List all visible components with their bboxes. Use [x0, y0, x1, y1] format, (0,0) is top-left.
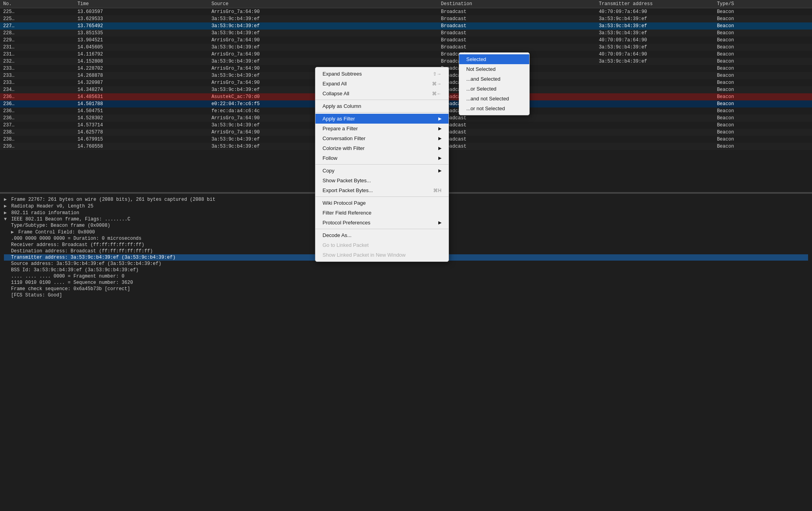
context-menu-item: Go to Linked Packet [315, 240, 449, 250]
menu-separator [315, 112, 449, 113]
context-menu-item[interactable]: Wiki Protocol Page [315, 198, 449, 208]
context-menu-item[interactable]: Collapse All⌘← [315, 89, 449, 98]
table-row[interactable]: 225…13.6295333a:53:9c:b4:39:efBroadcast3… [0, 15, 812, 22]
menu-separator [315, 100, 449, 100]
table-row[interactable]: 227…13.7654923a:53:9c:b4:39:efBroadcast3… [0, 22, 812, 30]
context-menu-item[interactable]: Apply as Filter▶ [315, 114, 449, 124]
context-menu-item[interactable]: Show Packet Bytes... [315, 176, 449, 185]
col-no: No. [0, 0, 74, 8]
context-menu-item[interactable]: Expand Subtrees⇧→ [315, 69, 449, 79]
detail-line[interactable]: Frame check sequence: 0x6a45b73b [correc… [4, 286, 808, 292]
col-destination: Destination [438, 0, 596, 8]
detail-line[interactable]: .... .... .... 0000 = Fragment number: 0 [4, 273, 808, 280]
submenu-arrow-icon: ▶ [438, 156, 441, 161]
context-menu-item[interactable]: Copy▶ [315, 166, 449, 176]
apply-filter-submenu-item[interactable]: ...or not Selected [459, 104, 529, 113]
context-menu-item[interactable]: Export Packet Bytes...⌘H [315, 185, 449, 195]
context-menu-item[interactable]: Follow▶ [315, 153, 449, 163]
menu-separator [315, 229, 449, 229]
col-source: Source [208, 0, 438, 8]
table-row[interactable]: 231…14.116792ArrisGro_7a:64:90Broadcast4… [0, 51, 812, 58]
table-row[interactable]: 229…13.904521ArrisGro_7a:64:90Broadcast4… [0, 37, 812, 44]
col-type: Type/S [714, 0, 812, 8]
table-row[interactable]: 231…14.0456053a:53:9c:b4:39:efBroadcast3… [0, 44, 812, 51]
context-menu-item[interactable]: Prepare a Filter▶ [315, 124, 449, 133]
context-menu-item[interactable]: Colorize with Filter▶ [315, 143, 449, 153]
table-row[interactable]: 228…13.8515353a:53:9c:b4:39:efBroadcast3… [0, 30, 812, 37]
detail-line[interactable]: 1110 0010 0100 .... = Sequence number: 3… [4, 280, 808, 286]
submenu-arrow-icon: ▶ [438, 168, 441, 173]
apply-filter-submenu-item[interactable]: Selected [459, 54, 529, 64]
col-transmitter: Transmitter address [596, 0, 714, 8]
table-row[interactable]: 225…13.603597ArrisGro_7a:64:90Broadcast4… [0, 8, 812, 16]
menu-separator [315, 196, 449, 197]
apply-filter-submenu-item[interactable]: ...or Selected [459, 84, 529, 94]
table-row[interactable]: 232…14.1528083a:53:9c:b4:39:efBroadcast3… [0, 58, 812, 65]
apply-filter-submenu-item[interactable]: ...and not Selected [459, 94, 529, 104]
col-time: Time [74, 0, 208, 8]
context-menu-item[interactable]: Expand All⌘→ [315, 79, 449, 89]
submenu-arrow-icon: ▶ [438, 220, 441, 225]
tree-arrow-icon: ▶ [4, 197, 9, 202]
tree-arrow-icon: ▶ [11, 230, 17, 235]
context-menu-item[interactable]: Filter Field Reference [315, 208, 449, 218]
menu-separator [315, 164, 449, 165]
context-menu-item: Show Linked Packet in New Window [315, 250, 449, 260]
context-menu-item[interactable]: Apply as Column [315, 101, 449, 111]
context-menu[interactable]: Expand Subtrees⇧→Expand All⌘→Collapse Al… [315, 67, 449, 262]
submenu-arrow-icon: ▶ [438, 146, 441, 151]
tree-arrow-icon: ▶ [4, 204, 9, 209]
submenu-arrow-icon: ▶ [438, 136, 441, 141]
context-menu-item[interactable]: Decode As... [315, 230, 449, 240]
context-menu-item[interactable]: Protocol Preferences▶ [315, 218, 449, 228]
apply-filter-submenu-item[interactable]: Not Selected [459, 64, 529, 74]
detail-line[interactable]: [FCS Status: Good] [4, 292, 808, 298]
detail-line[interactable]: BSS Id: 3a:53:9c:b4:39:ef (3a:53:9c:b4:3… [4, 267, 808, 273]
tree-arrow-icon: ▶ [4, 210, 9, 216]
submenu-arrow-icon: ▶ [438, 116, 441, 121]
tree-arrow-icon: ▼ [4, 217, 9, 222]
apply-filter-submenu-item[interactable]: ...and Selected [459, 74, 529, 84]
context-menu-item[interactable]: Conversation Filter▶ [315, 133, 449, 143]
apply-filter-submenu[interactable]: SelectedNot Selected...and Selected...or… [459, 52, 530, 115]
submenu-arrow-icon: ▶ [438, 126, 441, 131]
